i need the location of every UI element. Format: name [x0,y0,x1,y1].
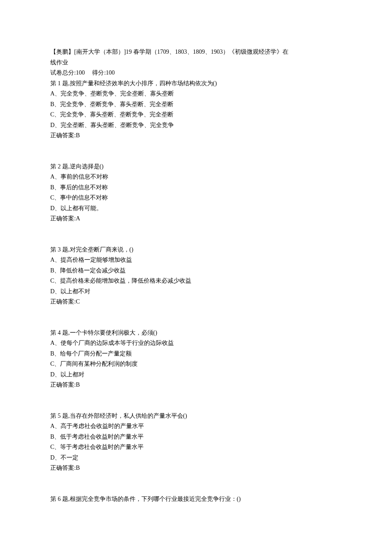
question-option: B、低于考虑社会收益时的产量水平 [50,432,342,442]
question-option: B、降低价格一定会减少收益 [50,266,342,276]
document-header: 【奥鹏】[南开大学（本部）]19 春学期（1709、1803、1809、1903… [50,47,342,141]
score-line: 试卷总分:100 得分:100 [50,68,342,78]
question-4: 第 4 题,一个卡特尔要使利润极大，必须() A、使每个厂商的边际成本等于行业的… [50,328,342,390]
question-option: C、完全竞争、寡头垄断、垄断竞争、完全垄断 [50,110,342,120]
question-option: D、不一定 [50,453,342,463]
question-option: B、事后的信息不对称 [50,182,342,193]
question-prompt: 第 5 题,当存在外部经济时，私人供给的产量水平会() [50,411,342,422]
question-option: B、给每个厂商分配一产量定额 [50,349,342,359]
question-answer: 正确答案:B [50,130,342,141]
question-option: C、等于考虑社会收益时的产量水平 [50,442,342,453]
question-answer: 正确答案:B [50,463,342,474]
question-option: A、事前的信息不对称 [50,172,342,182]
question-option: C、提高价格未必能增加收益，降低价格未必减少收益 [50,276,342,286]
title-line-1: 【奥鹏】[南开大学（本部）]19 春学期（1709、1803、1809、1903… [50,47,342,58]
question-option: D、以上都对 [50,370,342,380]
question-option: D、以上都不对 [50,286,342,297]
question-option: D、以上都有可能。 [50,203,342,214]
question-prompt: 第 3 题,对完全垄断厂商来说，() [50,245,342,255]
question-answer: 正确答案:B [50,380,342,390]
question-prompt: 第 2 题,逆向选择是() [50,162,342,172]
question-6: 第 6 题,根据完全竞争市场的条件，下列哪个行业最接近完全竞争行业：() [50,494,342,505]
question-option: C、事中的信息不对称 [50,193,342,203]
question-prompt: 第 6 题,根据完全竞争市场的条件，下列哪个行业最接近完全竞争行业：() [50,494,342,505]
question-option: A、高于考虑社会收益时的产量水平 [50,421,342,432]
question-option: A、提高价格一定能够增加收益 [50,255,342,266]
question-5: 第 5 题,当存在外部经济时，私人供给的产量水平会() A、高于考虑社会收益时的… [50,411,342,474]
title-line-2: 线作业 [50,58,342,68]
question-3: 第 3 题,对完全垄断厂商来说，() A、提高价格一定能够增加收益 B、降低价格… [50,245,342,307]
question-answer: 正确答案:A [50,214,342,224]
question-prompt: 第 1 题,按照产量和经济效率的大小排序，四种市场结构依次为() [50,78,342,89]
question-2: 第 2 题,逆向选择是() A、事前的信息不对称 B、事后的信息不对称 C、事中… [50,162,342,224]
question-option: B、完全竞争、垄断竞争、寡头垄断、完全垄断 [50,99,342,110]
question-option: A、完全竞争、垄断竞争、完全垄断、寡头垄断 [50,89,342,99]
question-answer: 正确答案:C [50,297,342,307]
question-prompt: 第 4 题,一个卡特尔要使利润极大，必须() [50,328,342,338]
question-option: D、完全垄断、寡头垄断、垄断竞争、完全竞争 [50,120,342,131]
question-option: A、使每个厂商的边际成本等于行业的边际收益 [50,338,342,349]
question-option: C、厂商间有某种分配利润的制度 [50,359,342,370]
